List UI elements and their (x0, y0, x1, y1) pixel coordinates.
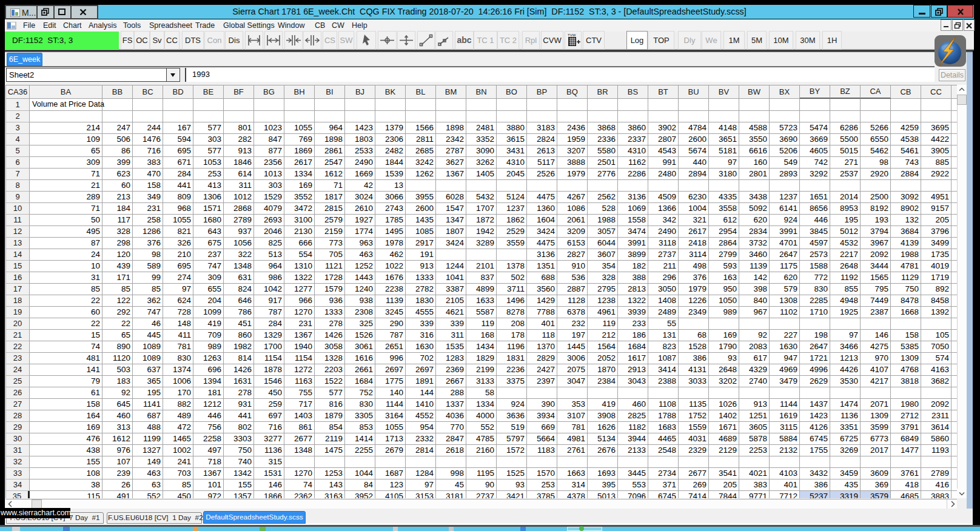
svg-text:TVW: TVW (568, 33, 576, 37)
